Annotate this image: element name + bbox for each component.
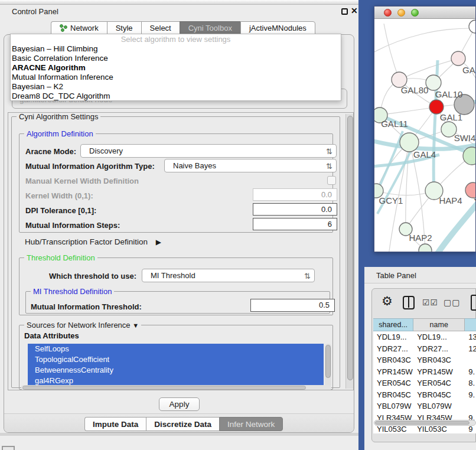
mi-type-label: Mutual Information Algorithm Type: [25, 162, 155, 171]
tab-network[interactable]: Network [51, 21, 107, 35]
table-cell: YBR043C [413, 354, 465, 366]
attributes-scrollbar[interactable] [325, 344, 331, 387]
tab-select[interactable]: Select [141, 21, 180, 35]
minimized-panel-icon[interactable] [2, 446, 15, 450]
mi-threshold-group-title: MI Threshold Definition [31, 287, 114, 296]
tab-cyni-toolbox[interactable]: Cyni Toolbox [180, 21, 240, 35]
network-node-gal-partial[interactable] [451, 51, 465, 66]
dpi-tolerance-field[interactable]: 0.0 [253, 203, 337, 216]
node-label-GAL11: GAL11 [381, 119, 408, 129]
attribute-item[interactable]: TopologicalCoefficient [28, 354, 324, 365]
algorithm-option[interactable]: Dream8 DC_TDC Algorithm [11, 92, 341, 101]
apply-button[interactable]: Apply [159, 397, 200, 411]
column-header-shared...[interactable]: shared... [373, 318, 413, 331]
node-label-GAL1: GAL1 [440, 112, 462, 122]
table-cell: YPR145W [413, 366, 465, 378]
algorithm-option[interactable]: Mutual Information Inference [11, 73, 341, 82]
sources-group-title[interactable]: Sources for Network Inference ▼ [24, 321, 141, 330]
float-panel-icon[interactable] [341, 8, 348, 15]
table-cell: YDL19... [413, 331, 465, 343]
which-threshold-select[interactable]: MI Threshold ⇅ [142, 269, 315, 282]
settings-vscroll-thumb[interactable] [347, 116, 353, 380]
control-panel-tabs: NetworkStyleSelectCyni ToolboxjActiveMNo… [51, 21, 315, 35]
expander-arrow-icon: ▶ [156, 238, 161, 246]
table-cell: YPR145W [373, 366, 413, 378]
data-attributes-list[interactable]: SelfLoopsTopologicalCoefficientBetweenne… [28, 344, 324, 389]
settings-horizontal-scrollbar[interactable] [21, 385, 331, 390]
column-header-partial[interactable] [465, 318, 476, 331]
algorithm-option[interactable]: Bayesian – Hill Climbing [11, 44, 341, 54]
close-panel-icon[interactable]: ✕ [351, 6, 358, 15]
table-row[interactable]: YBR045CYBR045C9. [373, 389, 476, 401]
network-window-titlebar[interactable] [374, 6, 475, 19]
network-edge[interactable] [380, 107, 436, 115]
attribute-item[interactable]: BetweennessCentrality [28, 365, 324, 376]
attributes-scrollbar-thumb[interactable] [325, 345, 331, 378]
gear-icon[interactable]: ⚙ [382, 294, 393, 308]
column-header-name[interactable]: name [413, 318, 465, 331]
algorithm-option[interactable]: Basic Correlation Inference [11, 54, 341, 63]
combo-stepper-icon: ⇅ [326, 160, 332, 172]
network-edge[interactable] [374, 28, 469, 54]
which-threshold-label: Which threshold to use: [49, 272, 136, 281]
deselect-all-icon[interactable]: ▢▢ [444, 298, 460, 307]
settings-hscroll-thumb[interactable] [22, 386, 306, 390]
mi-threshold-field[interactable]: 0.5 [250, 299, 335, 312]
document-icon[interactable] [471, 295, 476, 311]
aracne-mode-select[interactable]: Discovery ⇅ [80, 144, 337, 158]
combo-stepper-icon: ⇅ [304, 270, 311, 282]
bottom-tab-discretize-data[interactable]: Discretize Data [146, 417, 219, 431]
minimize-traffic-light[interactable] [397, 9, 405, 17]
combo-stepper-icon: ⇅ [326, 145, 332, 158]
attribute-item[interactable]: SelfLoops [28, 344, 324, 354]
tab-label: Select [150, 24, 171, 32]
bottom-tab-infer-network[interactable]: Infer Network [219, 417, 283, 431]
table-cell: YBR045C [373, 389, 413, 401]
tab-style[interactable]: Style [107, 21, 141, 35]
status-area [0, 433, 358, 450]
table-horizontal-scrollbar[interactable] [374, 420, 476, 426]
mi-type-value: Naive Bayes [173, 161, 216, 170]
network-node-bottom-node[interactable] [419, 244, 432, 252]
control-panel-titlebar: Control Panel ✕ [0, 5, 358, 18]
table-row[interactable]: YDR27...YDR27...12 [373, 343, 476, 355]
network-node-top-circle[interactable] [469, 20, 475, 33]
sources-group: Sources for Network Inference ▼ Data Att… [19, 325, 333, 390]
algorithm-option[interactable]: ARACNE Algorithm [11, 63, 341, 73]
manual-kernel-checkbox[interactable] [327, 176, 336, 185]
cytoscape-screen: Control Panel ✕ NetworkStyleSelectCyni T… [0, 0, 476, 450]
table-row[interactable]: YBL079WYBL079W [373, 400, 476, 412]
tab-jactivemnodules[interactable]: jActiveMNodules [240, 21, 315, 35]
table-cell [465, 354, 476, 366]
control-panel-title: Control Panel [12, 7, 58, 16]
table-row[interactable]: YPR145WYPR145W9. [373, 366, 476, 378]
mi-steps-field[interactable]: 6 [253, 218, 337, 230]
close-traffic-light[interactable] [384, 9, 392, 17]
hub-definition-expander[interactable]: Hub/Transcription Factor Definition ▶ [25, 237, 161, 246]
sources-title-text: Sources for Network Inference [27, 321, 131, 330]
columns-icon[interactable] [403, 296, 415, 309]
network-canvas[interactable]: GALGAL80GAL10GAL1GAL11SWI4GAL4GCY1HAP4YH… [374, 19, 475, 252]
settings-vertical-scrollbar[interactable] [345, 114, 353, 389]
collapse-arrow-icon: ▼ [132, 322, 139, 329]
table-hscroll-thumb[interactable] [375, 421, 470, 425]
select-all-icon[interactable]: ☑☑ [422, 298, 438, 307]
mi-threshold-label: Mutual Information Threshold: [31, 302, 142, 311]
network-view-window: GALGAL80GAL10GAL1GAL11SWI4GAL4GCY1HAP4YH… [374, 6, 476, 252]
manual-kernel-label: Manual Kernel Width Definition [25, 177, 139, 185]
bottom-tab-impute-data[interactable]: Impute Data [84, 417, 146, 431]
network-icon [60, 24, 67, 32]
aracne-mode-label: Aracne Mode: [25, 147, 76, 156]
table-cell: YBL079W [413, 400, 465, 412]
table-row[interactable]: YER054CYER054C8. [373, 377, 476, 389]
mi-type-select[interactable]: Naive Bayes ⇅ [164, 159, 337, 172]
network-edge[interactable] [384, 24, 399, 80]
zoom-traffic-light[interactable] [411, 9, 419, 17]
tab-label: Network [70, 24, 99, 32]
algorithm-definition-title: Algorithm Definition [24, 129, 96, 138]
table-row[interactable]: YBR043CYBR043C [373, 354, 476, 366]
table-row[interactable]: YDL19...YDL19...13 [373, 331, 476, 343]
algorithm-option[interactable]: Bayesian – K2 [11, 82, 341, 92]
algorithm-placeholder: Select algorithm to view settings [11, 34, 341, 44]
table-cell: 12 [465, 343, 476, 355]
